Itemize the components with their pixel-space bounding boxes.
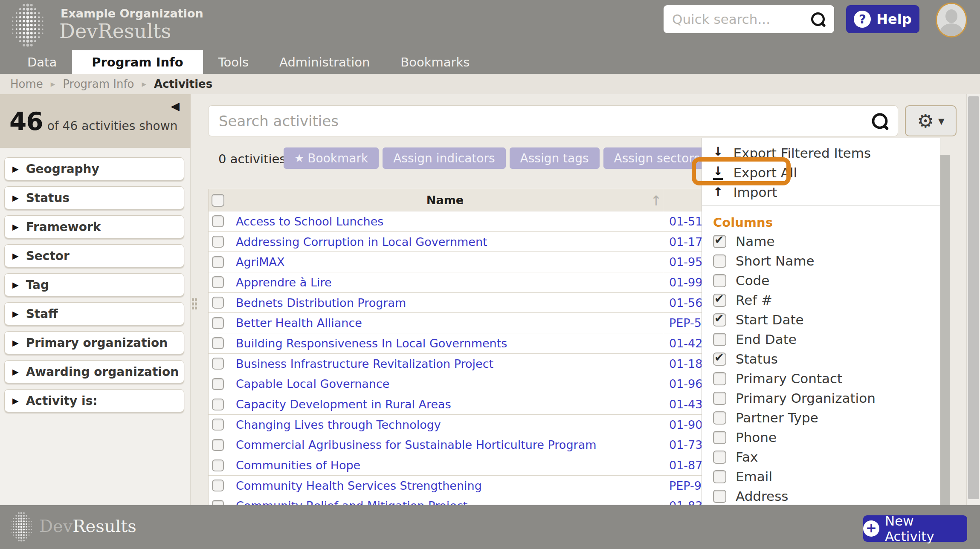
activity-name-link[interactable]: Community Health Services Strengthening <box>227 479 663 492</box>
activity-name-link[interactable]: Addressing Corruption in Local Governmen… <box>227 235 663 248</box>
filter-accordion[interactable]: ▶ Framework <box>4 215 184 238</box>
chevron-right-icon: ▶ <box>12 251 19 260</box>
filter-accordion[interactable]: ▶ Sector <box>4 244 184 267</box>
column-toggle[interactable]: Partner Type <box>702 408 940 428</box>
activity-search[interactable] <box>208 105 898 136</box>
row-checkbox[interactable] <box>212 459 224 471</box>
column-toggle[interactable]: Email <box>702 467 940 486</box>
nav-tab[interactable]: Program Info <box>72 50 203 74</box>
column-checkbox[interactable] <box>713 313 726 327</box>
activity-name-link[interactable]: Community Relief and Mitigation Project <box>227 499 663 505</box>
bulk-action-button[interactable]: Assign tags <box>510 147 600 169</box>
activity-name-link[interactable]: Access to School Lunches <box>227 215 663 228</box>
column-checkbox[interactable] <box>713 235 726 248</box>
column-checkbox[interactable] <box>713 254 726 268</box>
column-toggle[interactable]: Status <box>702 349 940 369</box>
column-checkbox[interactable] <box>713 431 726 444</box>
row-checkbox[interactable] <box>212 256 224 268</box>
column-checkbox[interactable] <box>713 294 726 307</box>
activity-name-link[interactable]: Better Health Alliance <box>227 316 663 329</box>
activity-name-link[interactable]: Bednets Distribution Program <box>227 296 663 309</box>
column-checkbox[interactable] <box>713 353 726 366</box>
row-checkbox[interactable] <box>212 215 224 227</box>
activity-name-link[interactable]: Capable Local Governance <box>227 377 663 390</box>
activity-name-link[interactable]: Changing Lives through Technology <box>227 418 663 431</box>
activity-name-link[interactable]: Business Infrastructure Revitalization P… <box>227 357 663 370</box>
activity-name-link[interactable]: Commercial Agribusiness for Sustainable … <box>227 438 663 451</box>
help-button[interactable]: Help <box>846 5 919 33</box>
column-checkbox[interactable] <box>713 274 726 287</box>
user-avatar[interactable] <box>936 3 967 38</box>
column-toggle[interactable]: Ref # <box>702 290 940 310</box>
quick-search[interactable] <box>664 5 834 33</box>
activity-name-link[interactable]: Apprendre à Lire <box>227 276 663 289</box>
activity-search-input[interactable] <box>219 113 872 130</box>
row-checkbox[interactable] <box>212 337 224 349</box>
breadcrumb-separator-icon: ▸ <box>51 79 55 89</box>
nav-tab[interactable]: Tools <box>203 50 264 74</box>
row-checkbox[interactable] <box>212 317 224 329</box>
search-icon[interactable] <box>810 12 826 27</box>
activity-name-link[interactable]: AgriMAX <box>227 255 663 269</box>
quick-search-input[interactable] <box>672 12 810 27</box>
column-toggle[interactable]: Phone <box>702 428 940 447</box>
activity-name-link[interactable]: Capacity Development in Rural Areas <box>227 398 663 411</box>
scrollbar-thumb[interactable] <box>968 96 979 499</box>
activity-count-panel: ◀ 46of 46 activities shown <box>0 94 191 148</box>
column-toggle[interactable]: Primary Contact <box>702 369 940 388</box>
column-checkbox[interactable] <box>713 372 726 385</box>
column-toggle[interactable]: Name <box>702 231 940 251</box>
bulk-action-button[interactable]: Assign indicators <box>383 147 505 169</box>
activity-name-link[interactable]: Communities of Hope <box>227 459 663 472</box>
filter-accordion[interactable]: ▶ Tag <box>4 273 184 296</box>
bulk-action-button[interactable]: Bookmark <box>284 147 379 169</box>
table-options-button[interactable]: ⚙ ▼ <box>905 105 957 136</box>
row-checkbox[interactable] <box>212 480 224 491</box>
column-toggle[interactable]: Code <box>702 271 940 290</box>
column-toggle[interactable]: Start Date <box>702 310 940 329</box>
filter-accordion[interactable]: ▶ Activity is: <box>4 389 184 412</box>
column-toggle[interactable]: End Date <box>702 329 940 349</box>
filter-accordion[interactable]: ▶ Awarding organization <box>4 360 184 383</box>
nav-tab[interactable]: Data <box>12 50 72 74</box>
nav-tab[interactable]: Bookmarks <box>385 50 485 74</box>
column-checkbox[interactable] <box>713 333 726 346</box>
breadcrumb-program-info[interactable]: Program Info <box>63 78 134 90</box>
column-toggle[interactable]: Fax <box>702 447 940 467</box>
search-icon[interactable] <box>871 112 888 130</box>
filter-accordion[interactable]: ▶ Primary organization <box>4 331 184 354</box>
row-checkbox[interactable] <box>212 500 224 505</box>
row-checkbox[interactable] <box>212 236 224 248</box>
row-checkbox[interactable] <box>212 276 224 288</box>
column-toggle[interactable]: Address <box>702 486 940 505</box>
column-checkbox[interactable] <box>713 411 726 425</box>
row-checkbox[interactable] <box>212 439 224 451</box>
column-checkbox[interactable] <box>713 490 726 503</box>
column-toggle[interactable]: Short Name <box>702 251 940 271</box>
breadcrumb-home[interactable]: Home <box>10 78 43 90</box>
filter-accordion[interactable]: ▶ Geography <box>4 157 184 180</box>
column-toggle[interactable]: Primary Organization <box>702 388 940 408</box>
row-checkbox[interactable] <box>212 419 224 431</box>
new-activity-button[interactable]: New Activity <box>863 515 967 542</box>
filter-accordion[interactable]: ▶ Status <box>4 186 184 209</box>
page-scrollbar[interactable] <box>966 94 980 505</box>
breadcrumb: Home ▸ Program Info ▸ Activities <box>0 74 980 94</box>
shown-count: 46 <box>9 107 43 136</box>
row-checkbox[interactable] <box>212 297 224 309</box>
filter-accordion[interactable]: ▶ Staff <box>4 302 184 325</box>
name-column-header[interactable]: Name <box>227 194 663 207</box>
sidebar-resize-handle[interactable] <box>191 298 197 309</box>
nav-tab[interactable]: Administration <box>264 50 385 74</box>
row-checkbox[interactable] <box>212 378 224 390</box>
row-checkbox[interactable] <box>212 358 224 370</box>
column-checkbox[interactable] <box>713 470 726 483</box>
sort-ascending-icon[interactable]: ↑ <box>650 193 662 209</box>
activity-name-link[interactable]: Building Responsiveness In Local Governm… <box>227 337 663 350</box>
column-checkbox[interactable] <box>713 451 726 464</box>
star-icon <box>294 153 304 164</box>
column-checkbox[interactable] <box>713 392 726 405</box>
chevron-right-icon: ▶ <box>12 193 19 202</box>
row-checkbox[interactable] <box>212 399 224 410</box>
select-all-checkbox[interactable] <box>212 194 224 207</box>
